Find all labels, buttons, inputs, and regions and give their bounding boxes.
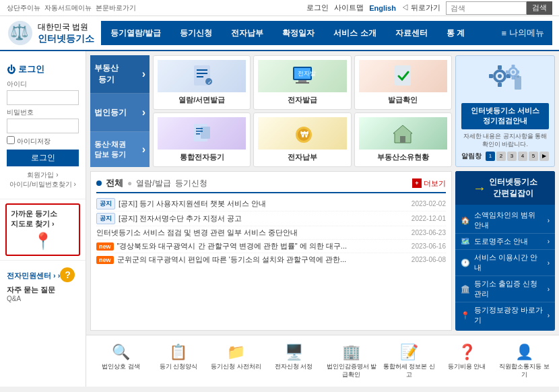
bottom-icon-3[interactable]: 🖥️ 전자신청 서정 (266, 341, 322, 381)
pager-label: 알림창 (461, 152, 482, 161)
shortcut-item-0[interactable]: 🏠 소액임차인의 범위 안내 › (455, 207, 555, 234)
nav-item-6[interactable]: 자료센터 (386, 21, 437, 45)
maintenance-title: 인터넷등기소 서비스정기점검안내 (461, 103, 549, 129)
notice-title-2[interactable]: 인터넷등기소 서비스 점검 및 변경 관련 일부 서비스 중단안내 (96, 228, 406, 238)
back-button[interactable]: ◁ 뒤로가기 (401, 3, 440, 13)
notice-header: 전체 ● 열람/발급 등기신청 + 더보기 (96, 177, 446, 193)
remember-id-label[interactable]: 아이디저장 (7, 136, 79, 147)
pagination: 알림창 1 2 3 4 5 ▶ (461, 152, 549, 161)
link-content[interactable]: 본문바로가기 (96, 3, 136, 13)
notice-dot (96, 181, 102, 186)
notice-title-0[interactable]: [공지] 등기 사용자지원센터 챗봇 서비스 안내 (119, 199, 406, 209)
service-item-2[interactable]: 전자발급 전자발급 (253, 55, 351, 110)
electron-title[interactable]: 전자민원센터 › (7, 271, 60, 281)
search-input[interactable] (446, 1, 527, 15)
service-item-5[interactable]: ₩ 전자납부 (253, 112, 351, 167)
login-link[interactable]: 로그인 (306, 3, 329, 13)
link-sub-menu[interactable]: 자동서드메이뉴 (44, 3, 92, 13)
shortcut-item-2[interactable]: 🕐 서비스 이용시간 안내 › (455, 250, 555, 276)
nav-item-2[interactable]: 등기신청 (170, 21, 222, 45)
elec-icon: 전자발급 (258, 60, 346, 92)
icon-label-6: 등기비용 안내 (440, 363, 494, 371)
faq-title: 자주 묻는 질문 (7, 285, 79, 295)
bottom-icon-4[interactable]: 🏢 법인인감증명서 발급확인 (324, 341, 380, 381)
svg-rect-13 (395, 65, 411, 86)
pw-input[interactable] (7, 119, 79, 133)
service-item-1[interactable]: ✓ 열람/서면발급 (153, 55, 251, 110)
link-main-menu[interactable]: 상단주이뉴 (7, 3, 40, 13)
page-1[interactable]: 1 (486, 152, 495, 161)
maintenance-sub: 자세한 내용은 공지사항을 통해 확인이 바랍니다. (461, 132, 549, 149)
bottom-icons: 🔍 법인상호 검색 📋 등기 신청양식 📁 등기신청 사전처리 🖥️ 전자신청 … (86, 335, 559, 387)
svg-point-31 (512, 71, 515, 74)
notice-tab-2[interactable]: 등기신청 (175, 178, 207, 189)
cat-corp[interactable]: 법인등기 › (90, 94, 150, 132)
nav-item-1[interactable]: 등기열람/발급 (101, 21, 170, 45)
notice-tab-all[interactable]: 전체 (106, 177, 123, 189)
bottom-icon-5[interactable]: 📝 통합허세 정보본 신고 (381, 341, 437, 381)
notice-title-1[interactable]: [공지] 전자서명수단 추가 지정서 공고 (119, 214, 406, 224)
shortcut-item-3[interactable]: 🏛️ 등기소 출입증 신청관리 › (455, 276, 555, 302)
notice-item-2: 인터넷등기소 서비스 점검 및 변경 관련 일부 서비스 중단안내 2023-0… (96, 226, 446, 240)
check-icon (359, 60, 447, 92)
service-item-3[interactable]: 발급확인 (354, 55, 452, 110)
nav-item-7[interactable]: 통 계 (437, 21, 474, 45)
page-5[interactable]: 5 (529, 152, 538, 161)
language-select[interactable]: English (369, 4, 396, 12)
page-2[interactable]: 2 (496, 152, 506, 161)
arrow-right-3: › (548, 286, 550, 293)
remember-id-checkbox[interactable] (7, 136, 15, 144)
my-menu-button[interactable]: ≡ 나의메뉴 (493, 21, 552, 45)
svg-rect-23 (400, 136, 405, 143)
service-item-6[interactable]: 부동산소유현황 (354, 112, 452, 167)
shortcut-header: → 인터넷등기소간편길잡이 (455, 171, 555, 205)
notice-title-4[interactable]: 군위군의 대구광역시 편입에 따른 '등기소의 설치와 관할구역에 관한... (117, 255, 406, 265)
notice-tab-1[interactable]: 열람/발급 (136, 178, 170, 189)
join-link[interactable]: 회원가입 › (27, 171, 58, 178)
logo-title: 대한민국 법원 (38, 22, 94, 33)
notice-title-3[interactable]: "경상북도와 대구광역시 간 관할구역 변경에 관한 법률" 에 의한 대구..… (117, 241, 406, 251)
icon-folder: 📁 (209, 344, 263, 361)
page-4[interactable]: 4 (518, 152, 527, 161)
page-3[interactable]: 3 (507, 152, 517, 161)
pay-icon: ₩ (258, 117, 346, 150)
nav-item-5[interactable]: 서비스 소개 (324, 21, 385, 45)
docs-icon: ✓ (158, 60, 246, 92)
nav-item-4[interactable]: 확정일자 (273, 21, 324, 45)
cat-real-estate[interactable]: 부동산등기 › (90, 55, 150, 94)
svg-rect-36 (515, 76, 521, 90)
icon-label-7: 직원합소통지등 보기 (498, 363, 551, 379)
svg-rect-4 (197, 73, 207, 74)
bottom-icon-2[interactable]: 📁 등기신청 사전처리 (208, 341, 264, 381)
nav-item-3[interactable]: 전자납부 (222, 21, 273, 45)
svg-rect-28 (489, 74, 493, 78)
bottom-icon-0[interactable]: 🔍 법인상호 검색 (93, 341, 149, 381)
svg-rect-17 (196, 131, 203, 132)
service-item-4[interactable]: 통합전자등기 (153, 112, 251, 167)
logo[interactable]: ⚖️ 대한민국 법원 인터넷등기소 (7, 20, 94, 46)
bottom-icon-6[interactable]: ❓ 등기비용 안내 (439, 341, 495, 381)
find-id-pw-link[interactable]: 아이디/비밀번호찾기 › (9, 181, 76, 188)
shortcut-item-4[interactable]: 📍 등기정보광장 바로가기 › (455, 302, 555, 328)
shortcut-item-1[interactable]: 🗺️ 도로명주소 안내 › (455, 234, 555, 250)
page-next[interactable]: ▶ (539, 152, 549, 161)
svg-text:전자발급: 전자발급 (298, 70, 316, 77)
category-panel: 부동산등기 › 법인등기 › 동산·채권담보 등기 › (90, 55, 150, 167)
login-button[interactable]: 로그인 (7, 150, 79, 166)
svg-rect-26 (498, 65, 502, 69)
cat-collateral[interactable]: 동산·채권담보 등기 › (90, 132, 150, 167)
notice-more-btn[interactable]: + 더보기 (412, 178, 446, 189)
search-box: 검색 (446, 1, 552, 15)
notice-item-0: 공지 [공지] 등기 사용자지원센터 챗봇 서비스 안내 2023-02-02 (96, 197, 446, 211)
map-section[interactable]: 가까운 등기소 지도로 찾기 › 📍 (5, 203, 80, 256)
header: ⚖️ 대한민국 법원 인터넷등기소 등기열람/발급 등기신청 전자납부 확정일자… (0, 16, 559, 51)
search-button[interactable]: 검색 (527, 1, 552, 15)
sitemap-link[interactable]: 사이트맵 (334, 3, 364, 13)
bottom-icon-7[interactable]: 👤 직원합소통지등 보기 (496, 341, 552, 381)
bottom-icon-1[interactable]: 📋 등기 신청양식 (151, 341, 207, 381)
login-section: ⏻ 로그인 아이디 비밀번호 아이디저장 로그인 회원가입 › 아이디/비밀번호… (0, 58, 86, 195)
faq-icon: ? (60, 267, 75, 282)
service-label-5: 전자납부 (258, 152, 346, 162)
id-input[interactable] (7, 90, 79, 105)
icon-label-3: 전자신청 서정 (267, 363, 321, 371)
